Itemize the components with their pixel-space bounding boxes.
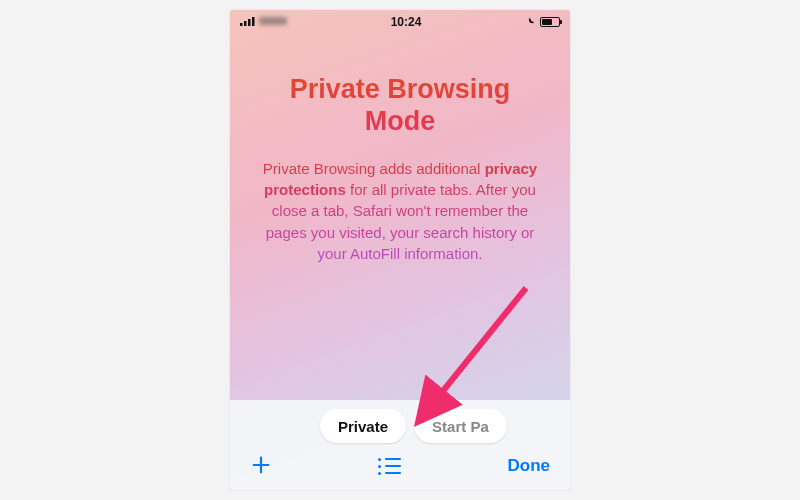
svg-rect-1 <box>244 21 247 26</box>
svg-rect-2 <box>248 19 251 26</box>
page-title: Private Browsing Mode <box>260 74 540 138</box>
status-time: 10:24 <box>391 15 422 29</box>
done-button[interactable]: Done <box>508 456 551 476</box>
battery-icon <box>540 17 560 27</box>
page-description: Private Browsing adds additional privacy… <box>260 158 540 264</box>
status-bar: 10:24 <box>230 10 570 34</box>
new-tab-button[interactable] <box>250 451 272 481</box>
tab-start-page[interactable]: Start Pa <box>414 409 507 443</box>
svg-rect-4 <box>259 17 287 25</box>
tab-group-switcher: Private Start Pa <box>320 408 570 444</box>
private-browsing-info: Private Browsing Mode Private Browsing a… <box>230 74 570 264</box>
svg-rect-3 <box>252 17 255 26</box>
tab-groups-button[interactable] <box>378 458 401 475</box>
carrier-blurred-icon <box>259 15 287 29</box>
svg-rect-0 <box>240 23 243 26</box>
phone-screen: 10:24 Private Browsing Mode Private Brow… <box>230 10 570 490</box>
do-not-disturb-icon <box>525 16 536 29</box>
cellular-signal-icon <box>240 15 255 29</box>
bottom-toolbar: Private Start Pa Done <box>230 400 570 490</box>
tab-private[interactable]: Private <box>320 409 406 443</box>
svg-line-5 <box>426 288 526 412</box>
